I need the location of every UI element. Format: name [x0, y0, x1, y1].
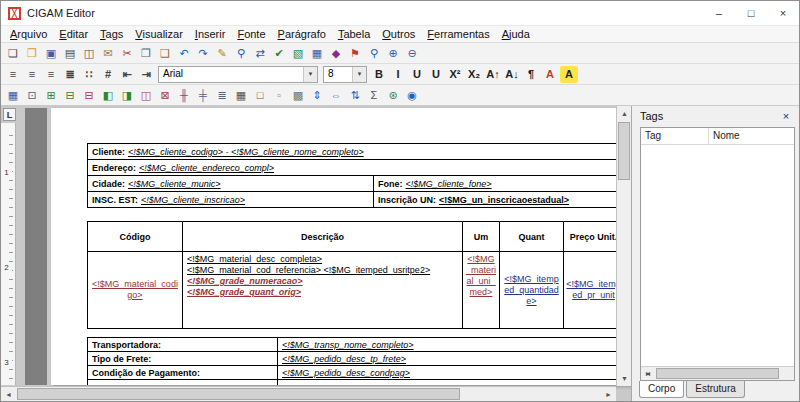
print-layout-icon[interactable]: ◉ [403, 87, 421, 104]
ferramentas-menu-item[interactable]: Ferramentas [421, 27, 495, 41]
scroll-up-icon[interactable]: ▲ [617, 106, 631, 121]
zoom-out-icon[interactable]: ⊖ [403, 45, 421, 62]
numbered-list-icon[interactable]: # [99, 66, 117, 83]
scroll-left-icon[interactable]: ◄ [1, 387, 16, 401]
font-color-icon[interactable]: A [541, 66, 559, 83]
split-table-icon[interactable]: ≣ [213, 87, 231, 104]
double-underline-icon[interactable]: U [427, 66, 445, 83]
font-name-combo[interactable]: Arial ▼ [158, 66, 318, 83]
superscript-icon[interactable]: X² [446, 66, 464, 83]
minimize-button[interactable]: – [703, 1, 735, 25]
bullet-list-icon[interactable]: ∷ [80, 66, 98, 83]
align-left-icon[interactable]: ≡ [4, 66, 22, 83]
print-icon[interactable]: ▤ [61, 45, 79, 62]
copy-icon[interactable]: ❐ [137, 45, 155, 62]
table-properties-icon[interactable]: ⊡ [23, 87, 41, 104]
bold-icon[interactable]: B [370, 66, 388, 83]
spell-check-icon[interactable]: ✔ [270, 45, 288, 62]
tags-horizontal-scrollbar[interactable]: ◄ ► [641, 366, 794, 380]
borders-outer-icon[interactable]: □ [251, 87, 269, 104]
scroll-down-icon[interactable]: ▼ [617, 371, 631, 386]
arquivo-menu-item[interactable]: Arquivo [4, 27, 53, 41]
distribute-rows-icon[interactable]: ⇕ [308, 87, 326, 104]
grow-font-icon[interactable]: A↑ [484, 66, 502, 83]
insert-row-above-icon[interactable]: ⊞ [42, 87, 60, 104]
tabela-menu-item[interactable]: Tabela [332, 27, 376, 41]
close-button[interactable]: × [767, 1, 799, 25]
delete-column-icon[interactable]: ◫ [137, 87, 155, 104]
shrink-font-icon[interactable]: A↓ [503, 66, 521, 83]
paste-icon[interactable]: ❑ [156, 45, 174, 62]
redo-icon[interactable]: ↷ [194, 45, 212, 62]
outros-menu-item[interactable]: Outros [376, 27, 421, 41]
scroll-right-icon[interactable]: ► [601, 387, 616, 401]
hyperlink-icon[interactable]: ⊛ [384, 87, 402, 104]
save-icon[interactable]: ▣ [42, 45, 60, 62]
column-header-nome[interactable]: Nome [709, 128, 794, 144]
insert-tag-icon[interactable]: ⚑ [346, 45, 364, 62]
borders-none-icon[interactable]: ▫ [270, 87, 288, 104]
horizontal-scroll-thumb[interactable] [17, 388, 460, 400]
find-replace-icon[interactable]: ⇄ [251, 45, 269, 62]
delete-row-icon[interactable]: ⊟ [80, 87, 98, 104]
tags-menu-item[interactable]: Tags [94, 27, 129, 41]
vertical-scroll-thumb[interactable] [618, 122, 630, 180]
distribute-columns-icon[interactable]: ⇔ [327, 87, 345, 104]
formula-icon[interactable]: Σ [365, 87, 383, 104]
print-preview-icon[interactable]: ◫ [80, 45, 98, 62]
open-folder-icon[interactable]: ❒ [23, 45, 41, 62]
align-center-icon[interactable]: ≡ [23, 66, 41, 83]
zoom-icon[interactable]: ⚲ [365, 45, 383, 62]
close-icon[interactable]: × [778, 108, 794, 124]
ajuda-menu-item[interactable]: Ajuda [496, 27, 536, 41]
align-right-icon[interactable]: ≡ [42, 66, 60, 83]
insert-table-icon[interactable]: ▦ [308, 45, 326, 62]
column-header-tag[interactable]: Tag [641, 128, 709, 144]
document-page[interactable]: Cliente: <!$MG_cliente_codigo> - <!$MG_c… [51, 108, 631, 385]
cell-shading-icon[interactable]: ▩ [289, 87, 307, 104]
tab-estrutura[interactable]: Estrutura [686, 381, 745, 398]
editar-menu-item[interactable]: Editar [53, 27, 94, 41]
insert-image-icon[interactable]: ▧ [289, 45, 307, 62]
paragraph-marks-icon[interactable]: ¶ [522, 66, 540, 83]
horizontal-scrollbar[interactable]: ◄ ► [1, 386, 616, 401]
insert-column-right-icon[interactable]: ◨ [118, 87, 136, 104]
tab-corpo[interactable]: Corpo [639, 381, 684, 398]
insert-column-left-icon[interactable]: ◧ [99, 87, 117, 104]
subscript-icon[interactable]: X₂ [465, 66, 483, 83]
maximize-button[interactable]: □ [735, 1, 767, 25]
sort-icon[interactable]: ⇅ [346, 87, 364, 104]
paragrafo-menu-item[interactable]: Parágrafo [272, 27, 332, 41]
scroll-right-icon[interactable]: ► [641, 367, 655, 380]
insert-table-icon[interactable]: ▦ [4, 87, 22, 104]
delete-table-icon[interactable]: ⊠ [156, 87, 174, 104]
tags-scroll-thumb[interactable] [656, 368, 779, 379]
align-justify-icon[interactable]: ≣ [61, 66, 79, 83]
format-painter-icon[interactable]: ✎ [213, 45, 231, 62]
insert-row-below-icon[interactable]: ⊟ [61, 87, 79, 104]
zoom-in-icon[interactable]: ⊕ [384, 45, 402, 62]
decrease-indent-icon[interactable]: ⇤ [118, 66, 136, 83]
insert-object-icon[interactable]: ◆ [327, 45, 345, 62]
increase-indent-icon[interactable]: ⇥ [137, 66, 155, 83]
visualizar-menu-item[interactable]: Visualizar [129, 27, 189, 41]
borders-all-icon[interactable]: ▦ [232, 87, 250, 104]
inserir-menu-item[interactable]: Inserir [189, 27, 232, 41]
highlight-icon[interactable]: A [560, 66, 578, 83]
undo-icon[interactable]: ↶ [175, 45, 193, 62]
underline-icon[interactable]: U [408, 66, 426, 83]
chevron-down-icon[interactable]: ▼ [352, 67, 366, 82]
fonte-menu-item[interactable]: Fonte [231, 27, 271, 41]
font-size-combo[interactable]: 8 ▼ [323, 66, 367, 83]
italic-icon[interactable]: I [389, 66, 407, 83]
vertical-scrollbar[interactable]: ▲ ▼ [616, 106, 631, 386]
new-document-icon[interactable]: ❏ [4, 45, 22, 62]
app-icon[interactable]: ╳ [8, 7, 21, 20]
split-cells-icon[interactable]: ╪ [194, 87, 212, 104]
merge-cells-icon[interactable]: ╫ [175, 87, 193, 104]
tags-list[interactable] [641, 145, 794, 366]
tab-stop-selector[interactable]: L [3, 108, 16, 121]
email-icon[interactable]: ✉ [99, 45, 117, 62]
find-icon[interactable]: ⚲ [232, 45, 250, 62]
cut-icon[interactable]: ✂ [118, 45, 136, 62]
